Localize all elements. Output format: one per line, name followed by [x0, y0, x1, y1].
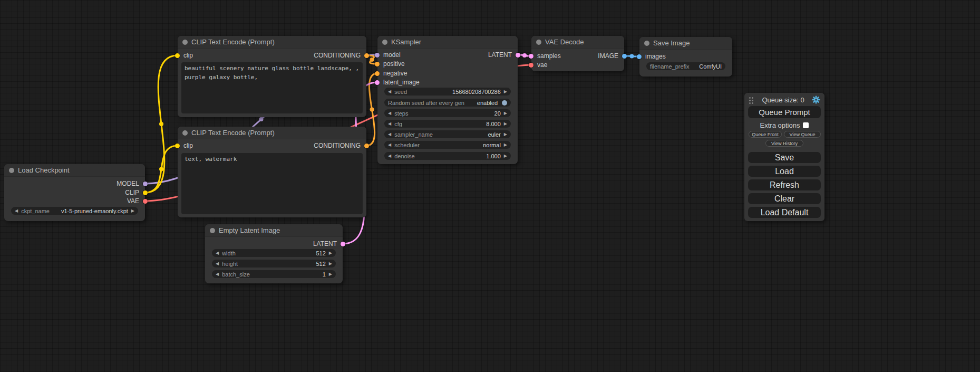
save-button[interactable]: Save: [748, 152, 821, 163]
output-port-model[interactable]: MODEL: [117, 180, 148, 187]
negative-prompt-textarea[interactable]: text, watermark: [181, 153, 363, 214]
node-header[interactable]: VAE Decode: [531, 36, 624, 49]
node-header[interactable]: Save Image: [639, 37, 732, 50]
prev-arrow-icon[interactable]: ◀: [216, 262, 219, 266]
model-port-dot[interactable]: [143, 182, 148, 186]
next-arrow-icon[interactable]: ▶: [504, 143, 507, 147]
latent-port-dot[interactable]: [516, 53, 520, 58]
output-port-image[interactable]: IMAGE: [598, 53, 627, 59]
view-queue-button[interactable]: View Queue: [784, 131, 821, 138]
node-header[interactable]: CLIP Text Encode (Prompt): [178, 36, 366, 49]
widget-ckpt-name[interactable]: ◀ ckpt_name v1-5-pruned-emaonly.ckpt ▶: [11, 207, 138, 215]
queue-front-button[interactable]: Queue Front: [749, 131, 782, 138]
input-port-clip[interactable]: clip: [175, 52, 193, 59]
view-history-button[interactable]: View History: [765, 140, 803, 147]
next-arrow-icon[interactable]: ▶: [329, 272, 332, 276]
next-arrow-icon[interactable]: ▶: [504, 154, 507, 158]
node-header[interactable]: Empty Latent Image: [205, 224, 343, 237]
load-button[interactable]: Load: [748, 166, 821, 177]
prev-arrow-icon[interactable]: ◀: [388, 122, 391, 126]
input-port-model[interactable]: model: [375, 52, 401, 58]
collapse-dot[interactable]: [182, 40, 188, 45]
graph-canvas[interactable]: Load Checkpoint MODEL CLIP VAE ◀ ckpt_na…: [0, 0, 980, 372]
output-port-vae[interactable]: VAE: [127, 198, 148, 204]
widget-seed[interactable]: ◀ seed 156680208700286 ▶: [384, 88, 511, 96]
clip-port-dot[interactable]: [175, 144, 180, 148]
conditioning-port-dot[interactable]: [364, 144, 369, 148]
prev-arrow-icon[interactable]: ◀: [388, 90, 391, 94]
widget-steps[interactable]: ◀ steps 20 ▶: [384, 109, 511, 117]
node-clip-text-encode-negative[interactable]: CLIP Text Encode (Prompt) clip CONDITION…: [178, 127, 366, 217]
next-arrow-icon[interactable]: ▶: [329, 251, 332, 255]
next-arrow-icon[interactable]: ▶: [329, 262, 332, 266]
clear-button[interactable]: Clear: [748, 193, 821, 204]
widget-denoise[interactable]: ◀ denoise 1.000 ▶: [384, 152, 511, 160]
node-load-checkpoint[interactable]: Load Checkpoint MODEL CLIP VAE ◀ ckpt_na…: [4, 164, 145, 221]
input-port-images[interactable]: images: [637, 53, 666, 60]
collapse-dot[interactable]: [644, 41, 649, 46]
next-arrow-icon[interactable]: ▶: [504, 111, 507, 116]
collapse-dot[interactable]: [382, 40, 387, 45]
widget-batch-size[interactable]: ◀ batch_size 1 ▶: [212, 270, 336, 278]
widget-width[interactable]: ◀ width 512 ▶: [212, 249, 336, 257]
latent-port-dot[interactable]: [375, 80, 380, 85]
clip-port-dot[interactable]: [175, 53, 180, 58]
node-empty-latent-image[interactable]: Empty Latent Image LATENT ◀ width 512 ▶ …: [205, 224, 343, 283]
next-arrow-icon[interactable]: ▶: [504, 90, 507, 94]
next-arrow-icon[interactable]: ▶: [504, 132, 507, 137]
next-arrow-icon[interactable]: ▶: [131, 209, 134, 213]
prev-arrow-icon[interactable]: ◀: [388, 154, 391, 158]
prev-arrow-icon[interactable]: ◀: [15, 209, 18, 213]
input-port-samples[interactable]: samples: [529, 53, 561, 59]
node-header[interactable]: Load Checkpoint: [4, 164, 145, 177]
node-ksampler[interactable]: KSampler model positive negative latent_…: [377, 36, 518, 164]
queue-prompt-button[interactable]: Queue Prompt: [748, 106, 821, 118]
vae-port-dot[interactable]: [143, 199, 148, 204]
prev-arrow-icon[interactable]: ◀: [216, 272, 219, 276]
input-port-positive[interactable]: positive: [375, 61, 405, 67]
latent-port-dot[interactable]: [341, 242, 345, 246]
toggle-indicator[interactable]: [502, 100, 507, 106]
node-save-image[interactable]: Save Image images filename_prefix ComfyU…: [639, 37, 732, 77]
output-port-latent[interactable]: LATENT: [488, 52, 520, 58]
output-port-clip[interactable]: CLIP: [125, 189, 148, 196]
widget-height[interactable]: ◀ height 512 ▶: [212, 260, 336, 268]
conditioning-port-dot[interactable]: [375, 62, 380, 66]
output-port-latent[interactable]: LATENT: [313, 241, 345, 247]
settings-gear-icon[interactable]: [812, 96, 820, 104]
widget-cfg[interactable]: ◀ cfg 8.000 ▶: [384, 120, 511, 128]
output-port-conditioning[interactable]: CONDITIONING: [314, 52, 369, 59]
prev-arrow-icon[interactable]: ◀: [388, 111, 391, 116]
positive-prompt-textarea[interactable]: beautiful scenery nature glass bottle la…: [181, 62, 363, 113]
input-port-latent-image[interactable]: latent_image: [375, 79, 420, 85]
widget-filename-prefix[interactable]: filename_prefix ComfyUI: [646, 62, 725, 70]
collapse-dot[interactable]: [9, 168, 14, 173]
prev-arrow-icon[interactable]: ◀: [388, 143, 391, 147]
prev-arrow-icon[interactable]: ◀: [388, 132, 391, 137]
node-clip-text-encode-positive[interactable]: CLIP Text Encode (Prompt) clip CONDITION…: [178, 36, 366, 117]
image-port-dot[interactable]: [637, 54, 642, 59]
widget-random-seed-toggle[interactable]: Random seed after every gen enabled: [384, 99, 511, 107]
input-port-clip[interactable]: clip: [175, 142, 193, 149]
next-arrow-icon[interactable]: ▶: [504, 122, 507, 126]
drag-handle-icon[interactable]: [749, 96, 754, 104]
conditioning-port-dot[interactable]: [364, 53, 369, 58]
node-header[interactable]: CLIP Text Encode (Prompt): [178, 127, 366, 139]
input-port-negative[interactable]: negative: [375, 70, 407, 77]
collapse-dot[interactable]: [210, 228, 215, 233]
image-port-dot[interactable]: [622, 54, 627, 59]
extra-options-checkbox[interactable]: [803, 122, 809, 128]
refresh-button[interactable]: Refresh: [748, 179, 821, 190]
prev-arrow-icon[interactable]: ◀: [216, 251, 219, 255]
vae-port-dot[interactable]: [529, 63, 533, 68]
latent-port-dot[interactable]: [529, 54, 533, 59]
model-port-dot[interactable]: [375, 53, 380, 58]
widget-sampler-name[interactable]: ◀ sampler_name euler ▶: [384, 130, 511, 138]
clip-port-dot[interactable]: [143, 190, 148, 195]
collapse-dot[interactable]: [182, 130, 188, 136]
conditioning-port-dot[interactable]: [375, 71, 380, 76]
queue-menu-panel[interactable]: Queue size: 0 Queue Prompt Extra options…: [744, 93, 824, 221]
load-default-button[interactable]: Load Default: [748, 207, 821, 218]
input-port-vae[interactable]: vae: [529, 62, 547, 68]
output-port-conditioning[interactable]: CONDITIONING: [314, 142, 369, 149]
